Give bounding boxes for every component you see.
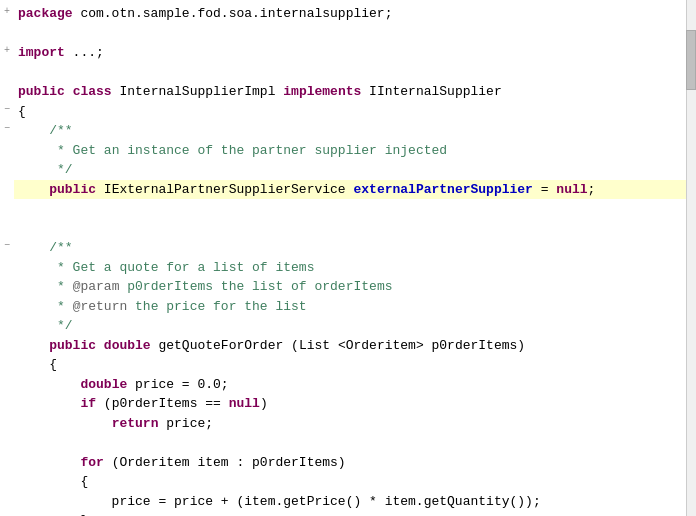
line-content-5: public class InternalSupplierImpl implem… — [14, 82, 696, 102]
line-25: { — [0, 472, 696, 492]
vertical-scrollbar[interactable] — [686, 0, 696, 516]
line-content-2 — [14, 24, 696, 44]
line-13: − /** — [0, 238, 696, 258]
line-23 — [0, 433, 696, 453]
line-content-15: * @param p0rderItems the list of orderIt… — [14, 277, 696, 297]
line-content-26: price = price + (item.getPrice() * item.… — [14, 492, 696, 512]
line-content-24: for (Orderitem item : p0rderItems) — [14, 453, 696, 473]
line-content-11 — [14, 199, 696, 219]
line-14: * Get a quote for a list of items — [0, 258, 696, 278]
line-content-8: * Get an instance of the partner supplie… — [14, 141, 696, 161]
line-content-23 — [14, 433, 696, 453]
line-content-4 — [14, 63, 696, 83]
line-7: − /** — [0, 121, 696, 141]
line-content-14: * Get a quote for a list of items — [14, 258, 696, 278]
line-content-19: { — [14, 355, 696, 375]
line-content-3: import ...; — [14, 43, 696, 63]
line-content-1: package com.otn.sample.fod.soa.internals… — [14, 4, 696, 24]
line-16: * @return the price for the list — [0, 297, 696, 317]
line-content-17: */ — [14, 316, 696, 336]
line-content-6: { — [14, 102, 696, 122]
line-content-10: public IExternalPartnerSupplierService e… — [14, 180, 696, 200]
scrollbar-thumb[interactable] — [686, 30, 696, 90]
line-content-20: double price = 0.0; — [14, 375, 696, 395]
line-8: * Get an instance of the partner supplie… — [0, 141, 696, 161]
line-17: */ — [0, 316, 696, 336]
line-12 — [0, 219, 696, 239]
fold-icon-6[interactable]: − — [0, 102, 14, 117]
line-content-18: public double getQuoteForOrder (List <Or… — [14, 336, 696, 356]
line-26: price = price + (item.getPrice() * item.… — [0, 492, 696, 512]
line-5: public class InternalSupplierImpl implem… — [0, 82, 696, 102]
line-content-25: { — [14, 472, 696, 492]
line-2 — [0, 24, 696, 44]
line-content-22: return price; — [14, 414, 696, 434]
line-content-9: */ — [14, 160, 696, 180]
line-24: for (Orderitem item : p0rderItems) — [0, 453, 696, 473]
line-27: } — [0, 511, 696, 516]
line-10: public IExternalPartnerSupplierService e… — [0, 180, 696, 200]
fold-icon-7[interactable]: − — [0, 121, 14, 136]
line-11 — [0, 199, 696, 219]
code-editor: + package com.otn.sample.fod.soa.interna… — [0, 0, 696, 516]
line-content-16: * @return the price for the list — [14, 297, 696, 317]
line-9: */ — [0, 160, 696, 180]
fold-icon-3[interactable]: + — [0, 43, 14, 58]
line-content-7: /** — [14, 121, 696, 141]
line-content-27: } — [14, 511, 696, 516]
line-content-12 — [14, 219, 696, 239]
line-1: + package com.otn.sample.fod.soa.interna… — [0, 4, 696, 24]
line-content-13: /** — [14, 238, 696, 258]
fold-icon-13[interactable]: − — [0, 238, 14, 253]
line-3: + import ...; — [0, 43, 696, 63]
line-22: return price; — [0, 414, 696, 434]
line-content-21: if (p0rderItems == null) — [14, 394, 696, 414]
line-19: { — [0, 355, 696, 375]
line-15: * @param p0rderItems the list of orderIt… — [0, 277, 696, 297]
line-21: if (p0rderItems == null) — [0, 394, 696, 414]
line-6: − { — [0, 102, 696, 122]
line-4 — [0, 63, 696, 83]
fold-icon-1[interactable]: + — [0, 4, 14, 19]
code-area: + package com.otn.sample.fod.soa.interna… — [0, 0, 696, 516]
line-20: double price = 0.0; — [0, 375, 696, 395]
line-18: public double getQuoteForOrder (List <Or… — [0, 336, 696, 356]
